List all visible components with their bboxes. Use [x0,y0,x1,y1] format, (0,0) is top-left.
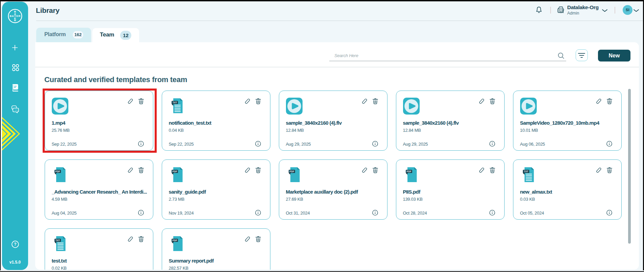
svg-text:R: R [14,19,16,22]
svg-text:PDF: PDF [406,170,411,172]
svg-text:E: E [16,15,18,18]
svg-text:TXT: TXT [55,239,60,241]
svg-text:PDF: PDF [289,170,294,172]
svg-text:PDF: PDF [172,239,177,241]
svg-text:PDF: PDF [55,170,60,172]
svg-text:R: R [19,15,21,18]
svg-text:A: A [12,15,14,18]
svg-text:B: B [10,15,12,18]
svg-text:?: ? [14,242,16,247]
svg-text:PDF: PDF [172,170,177,172]
svg-text:TXT: TXT [524,170,528,172]
svg-text:TXT: TXT [172,101,177,103]
